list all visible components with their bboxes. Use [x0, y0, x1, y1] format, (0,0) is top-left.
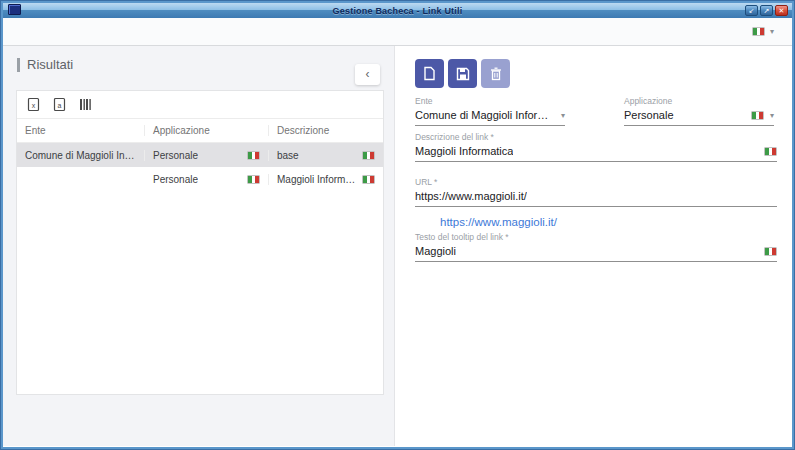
italian-flag-icon — [362, 151, 375, 160]
url-preview-link[interactable]: https://www.maggioli.it/ — [440, 216, 557, 228]
column-header-descrizione[interactable]: Descrizione — [269, 125, 383, 136]
svg-text:x: x — [32, 102, 36, 109]
collapse-panel-button[interactable]: ‹ — [355, 64, 380, 85]
results-panel: Risultati ‹ x a — [3, 46, 395, 446]
delete-button[interactable] — [481, 59, 510, 88]
maximize-window-button[interactable]: ↗ — [760, 5, 773, 16]
table-row[interactable]: Comune di Maggioli Infor... Personale ba… — [17, 143, 383, 167]
url-label: URL * — [415, 177, 777, 187]
italian-flag-icon — [362, 175, 375, 184]
italian-flag-icon — [247, 175, 260, 184]
app-window: Gestione Bacheca - Link Utili ↙ ↗ ✕ ▾ Ri… — [0, 0, 795, 450]
ente-field[interactable]: Ente Comune di Maggioli Informatica ▾ — [415, 96, 565, 126]
tooltip-label: Testo del tooltip del link * — [415, 232, 777, 242]
chevron-down-icon[interactable]: ▾ — [561, 111, 565, 120]
chevron-down-icon[interactable]: ▾ — [770, 111, 774, 120]
italian-flag-icon — [764, 147, 777, 156]
italian-flag-icon — [751, 111, 764, 120]
results-table: x a — [16, 90, 384, 395]
chevron-down-icon: ▾ — [770, 27, 774, 36]
column-header-ente[interactable]: Ente — [17, 125, 145, 136]
table-header-row: Ente Applicazione Descrizione — [17, 118, 383, 143]
cell-descrizione: base — [277, 150, 299, 161]
applicazione-label: Applicazione — [624, 96, 774, 106]
column-header-applicazione[interactable]: Applicazione — [145, 125, 269, 136]
close-window-button[interactable]: ✕ — [775, 5, 788, 16]
ente-label: Ente — [415, 96, 565, 106]
ente-value: Comune di Maggioli Informatica — [415, 109, 555, 121]
new-record-button[interactable] — [415, 59, 444, 88]
descrizione-link-value: Maggioli Informatica — [415, 145, 513, 157]
descrizione-link-field[interactable]: Descrizione del link * Maggioli Informat… — [415, 132, 777, 162]
restore-window-button[interactable]: ↙ — [745, 5, 758, 16]
header-bar: ▾ — [3, 18, 792, 46]
applicazione-field[interactable]: Applicazione Personale ▾ — [624, 96, 774, 126]
tooltip-value: Maggioli — [415, 245, 456, 257]
svg-text:a: a — [58, 102, 62, 109]
url-field[interactable]: URL * https://www.maggioli.it/ — [415, 177, 777, 207]
results-panel-title: Risultati — [17, 58, 73, 72]
window-title: Gestione Bacheca - Link Utili — [3, 6, 792, 16]
export-pdf-icon[interactable]: a — [53, 97, 66, 112]
italian-flag-icon — [764, 247, 777, 256]
cell-applicazione: Personale — [153, 150, 198, 161]
columns-icon[interactable] — [79, 97, 92, 112]
url-value: https://www.maggioli.it/ — [415, 190, 527, 202]
descrizione-link-label: Descrizione del link * — [415, 132, 777, 142]
save-button[interactable] — [448, 59, 477, 88]
titlebar: Gestione Bacheca - Link Utili ↙ ↗ ✕ — [3, 3, 792, 18]
window-app-icon — [8, 4, 21, 15]
link-form-panel: Ente Comune di Maggioli Informatica ▾ Ap… — [395, 46, 792, 446]
cell-ente: Comune di Maggioli Infor... — [25, 150, 136, 161]
cell-descrizione: Maggioli Informatica — [277, 174, 358, 185]
table-row[interactable]: Personale Maggioli Informatica — [17, 167, 383, 191]
italian-flag-icon — [247, 151, 260, 160]
italian-flag-icon — [752, 27, 765, 36]
export-xls-icon[interactable]: x — [27, 97, 40, 112]
results-table-toolbar: x a — [17, 91, 383, 118]
applicazione-value: Personale — [624, 109, 674, 121]
language-selector[interactable]: ▾ — [752, 27, 774, 36]
tooltip-field[interactable]: Testo del tooltip del link * Maggioli — [415, 232, 777, 262]
cell-applicazione: Personale — [153, 174, 198, 185]
